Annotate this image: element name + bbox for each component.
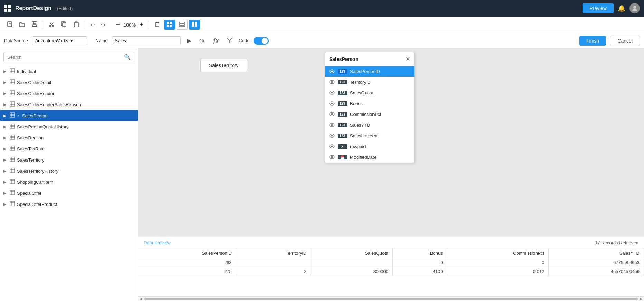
sidebar-item-label: SalesOrderHeader bbox=[17, 91, 54, 96]
sidebar-item-salesperson[interactable]: ▶ ✓ SalesPerson bbox=[0, 110, 138, 121]
eye-icon bbox=[329, 144, 335, 149]
sales-territory-label: SalesTerritory bbox=[209, 63, 239, 68]
sidebar-item-specialoffer[interactable]: ▶ SpecialOffer bbox=[0, 188, 138, 199]
field-label: SalesQuota bbox=[350, 90, 373, 95]
bell-icon[interactable]: 🔔 bbox=[618, 4, 625, 12]
name-input[interactable] bbox=[112, 36, 181, 45]
new-button[interactable] bbox=[4, 19, 15, 30]
field-territoryid[interactable]: 123 TerritoryID bbox=[325, 77, 414, 88]
svg-point-91 bbox=[331, 146, 333, 147]
field-salesytd[interactable]: 123 SalesYTD bbox=[325, 120, 414, 130]
sidebar-item-salestaxrate[interactable]: ▶ SalesTaxRate bbox=[0, 143, 138, 154]
sidebar-item-salesterritory[interactable]: ▶ SalesTerritory bbox=[0, 154, 138, 165]
field-rowguid[interactable]: λ rowguid bbox=[325, 141, 414, 152]
sidebar-item-shoppingcartitem[interactable]: ▶ ShoppingCartItem bbox=[0, 176, 138, 188]
horizontal-scrollbar[interactable]: ◀ ▶ bbox=[138, 296, 644, 301]
eye-icon bbox=[329, 90, 335, 96]
sidebar-item-specialofferproduct[interactable]: ▶ SpecialOfferProduct bbox=[0, 199, 138, 210]
sidebar-item-salespersonquotahistory[interactable]: ▶ SalesPersonQuotaHistory bbox=[0, 121, 138, 132]
sidebar-item-individual[interactable]: ▶ Individual bbox=[0, 66, 138, 77]
svg-point-93 bbox=[331, 156, 333, 158]
open-button[interactable] bbox=[17, 19, 28, 30]
cancel-button[interactable]: Cancel bbox=[610, 36, 640, 46]
search-box[interactable]: 🔍 bbox=[3, 52, 134, 62]
field-bonus[interactable]: 123 Bonus bbox=[325, 98, 414, 109]
scroll-left-icon[interactable]: ◀ bbox=[138, 297, 144, 301]
cell-bonus: 0 bbox=[393, 258, 447, 267]
datasource-dropdown[interactable]: AdventureWorks ▾ bbox=[32, 36, 87, 45]
expand-arrow-icon: ▶ bbox=[3, 147, 8, 151]
sidebar-item-salesorderheadersalesreason[interactable]: ▶ SalesOrderHeaderSalesReason bbox=[0, 99, 138, 110]
field-salespersonid[interactable]: 123 SalesPersonID bbox=[325, 66, 414, 77]
h-scroll-thumb[interactable] bbox=[144, 298, 638, 300]
sidebar-item-label: SalesPersonQuotaHistory bbox=[17, 124, 69, 129]
svg-point-85 bbox=[331, 113, 333, 115]
dropdown-arrow-icon: ▾ bbox=[70, 38, 84, 43]
table-icon bbox=[10, 90, 15, 97]
field-label: rowguid bbox=[350, 144, 366, 149]
sidebar: 🔍 ▶ Individual ▶ SalesOrderDetail ▶ bbox=[0, 48, 138, 301]
popup-close-button[interactable]: ✕ bbox=[406, 56, 410, 62]
svg-rect-24 bbox=[10, 69, 15, 73]
svg-rect-60 bbox=[10, 168, 15, 173]
svg-rect-5 bbox=[33, 22, 36, 24]
svg-rect-12 bbox=[74, 22, 78, 27]
table-row: 268 0 0 677558.4653 bbox=[138, 258, 644, 267]
field-commissionpct[interactable]: 123 CommissionPct bbox=[325, 109, 414, 120]
type-badge: 123 bbox=[338, 123, 347, 127]
avatar[interactable] bbox=[629, 3, 640, 13]
sidebar-item-salesorderdetail[interactable]: ▶ SalesOrderDetail bbox=[0, 77, 138, 88]
run-button[interactable]: ▶ bbox=[185, 36, 193, 45]
svg-rect-22 bbox=[195, 22, 197, 27]
save-button[interactable] bbox=[29, 19, 40, 30]
expand-arrow-icon: ▶ bbox=[3, 80, 8, 85]
svg-rect-56 bbox=[10, 157, 15, 162]
zoom-in-button[interactable]: + bbox=[137, 19, 146, 30]
circle-button[interactable]: ◎ bbox=[197, 36, 206, 45]
sidebar-item-salesorderheader[interactable]: ▶ SalesOrderHeader bbox=[0, 88, 138, 99]
fx-button[interactable]: ƒx bbox=[210, 36, 221, 45]
cut-button[interactable] bbox=[46, 19, 57, 30]
grid-view-button[interactable] bbox=[164, 20, 175, 30]
app-title: ReportDesign bbox=[15, 5, 51, 11]
redo-button[interactable]: ↪ bbox=[98, 20, 108, 30]
filter-button[interactable] bbox=[225, 36, 235, 46]
svg-point-87 bbox=[331, 124, 333, 126]
expand-arrow-icon: ▶ bbox=[3, 91, 8, 96]
sidebar-item-salesterritoryhistory[interactable]: ▶ SalesTerritoryHistory bbox=[0, 165, 138, 176]
svg-rect-44 bbox=[10, 124, 15, 128]
field-salesquota[interactable]: 123 SalesQuota bbox=[325, 88, 414, 98]
popup-header: SalesPerson ✕ bbox=[325, 52, 414, 66]
svg-rect-16 bbox=[167, 25, 169, 27]
scroll-right-icon[interactable]: ▶ bbox=[638, 297, 644, 301]
sidebar-item-label: SalesPerson bbox=[22, 113, 48, 118]
preview-button[interactable]: Preview bbox=[583, 3, 614, 13]
delete-button[interactable] bbox=[152, 19, 163, 30]
copy-button[interactable] bbox=[58, 19, 69, 30]
paste-button[interactable] bbox=[71, 19, 82, 30]
svg-rect-48 bbox=[10, 135, 15, 139]
field-saleslastyear[interactable]: 123 SalesLastYear bbox=[325, 130, 414, 141]
sidebar-list: ▶ Individual ▶ SalesOrderDetail ▶ SalesO… bbox=[0, 66, 138, 301]
finish-button[interactable]: Finish bbox=[579, 36, 606, 46]
sidebar-item-salesreason[interactable]: ▶ SalesReason bbox=[0, 132, 138, 143]
search-input[interactable] bbox=[7, 55, 122, 60]
field-label: CommissionPct bbox=[350, 112, 381, 117]
sidebar-item-label: SalesTerritory bbox=[17, 157, 44, 163]
col-salesquota: SalesQuota bbox=[311, 248, 393, 258]
main-layout: 🔍 ▶ Individual ▶ SalesOrderDetail ▶ bbox=[0, 48, 644, 301]
col-bonus: Bonus bbox=[393, 248, 447, 258]
zoom-out-button[interactable]: − bbox=[114, 19, 122, 30]
cell-commissionpct: 0 bbox=[447, 258, 549, 267]
field-label: ModifiedDate bbox=[350, 155, 377, 160]
sales-territory-widget[interactable]: SalesTerritory bbox=[200, 59, 247, 72]
code-toggle[interactable] bbox=[254, 37, 269, 45]
eye-icon bbox=[329, 122, 335, 128]
sidebar-item-label: SpecialOfferProduct bbox=[17, 202, 57, 207]
layout2-button[interactable] bbox=[189, 20, 200, 30]
layout1-button[interactable] bbox=[177, 20, 188, 30]
sidebar-item-label: Individual bbox=[17, 69, 36, 74]
name-label: Name bbox=[96, 38, 108, 43]
field-modifieddate[interactable]: 📅 ModifiedDate bbox=[325, 152, 414, 163]
undo-button[interactable]: ↩ bbox=[88, 20, 97, 30]
